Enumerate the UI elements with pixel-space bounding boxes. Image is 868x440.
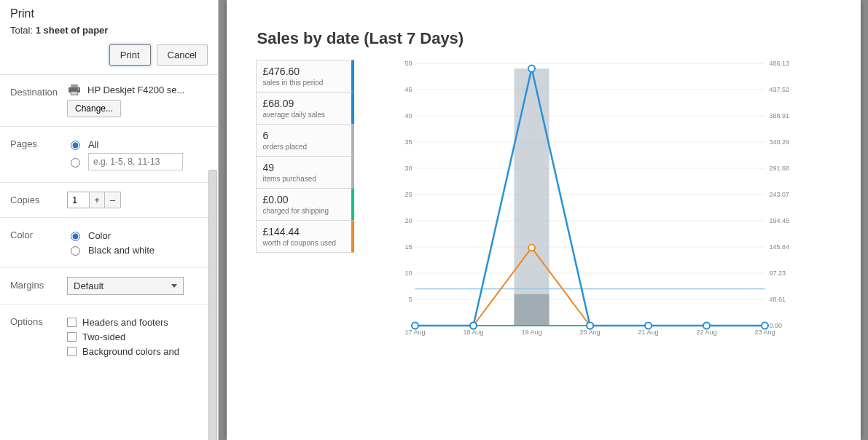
pages-custom-radio[interactable] xyxy=(71,158,80,168)
svg-text:21 Aug: 21 Aug xyxy=(638,329,658,336)
svg-text:17 Aug: 17 Aug xyxy=(404,329,425,336)
svg-point-40 xyxy=(528,245,535,251)
options-label: Options xyxy=(10,313,67,327)
color-row: Color Color Black and white xyxy=(0,218,218,268)
svg-text:486.13: 486.13 xyxy=(769,60,789,67)
report-title: Sales by date (Last 7 Days) xyxy=(257,29,832,48)
copies-input[interactable] xyxy=(67,192,89,208)
margins-row: Margins Default xyxy=(0,268,218,305)
chevron-down-icon xyxy=(171,284,177,288)
option-headers-checkbox[interactable] xyxy=(67,318,77,327)
dialog-title: Print xyxy=(10,7,208,20)
total-summary: Total: 1 sheet of paper xyxy=(10,25,208,36)
svg-rect-36 xyxy=(514,68,549,326)
svg-text:19 Aug: 19 Aug xyxy=(521,329,541,336)
dialog-actions: Print Cancel xyxy=(0,44,218,74)
svg-rect-37 xyxy=(514,294,549,326)
svg-text:340.29: 340.29 xyxy=(769,138,789,146)
svg-text:30: 30 xyxy=(404,165,412,172)
print-button[interactable]: Print xyxy=(109,44,151,66)
svg-text:437.52: 437.52 xyxy=(769,86,789,93)
svg-text:15: 15 xyxy=(404,243,412,251)
stat-items: 49 items purchased xyxy=(256,156,354,189)
svg-text:388.91: 388.91 xyxy=(769,112,789,119)
pages-row: Pages All xyxy=(0,127,218,183)
stat-coupons: £144.44 worth of coupons used xyxy=(256,220,354,253)
copies-decrement-button[interactable]: – xyxy=(105,192,121,208)
svg-text:194.45: 194.45 xyxy=(769,217,789,224)
svg-rect-2 xyxy=(71,91,78,95)
svg-text:5: 5 xyxy=(408,296,412,303)
color-color-label: Color xyxy=(88,230,111,241)
svg-text:40: 40 xyxy=(404,112,412,119)
svg-point-3 xyxy=(78,88,79,90)
svg-text:22 Aug: 22 Aug xyxy=(696,329,716,336)
pages-custom-input[interactable] xyxy=(88,153,183,170)
color-bw-radio[interactable] xyxy=(71,246,80,256)
svg-text:50: 50 xyxy=(404,60,412,67)
stat-sales: £476.60 sales in this period xyxy=(256,60,354,93)
print-dialog: Print Total: 1 sheet of paper Print Canc… xyxy=(0,0,219,440)
preview-page: Sales by date (Last 7 Days) £476.60 sale… xyxy=(227,0,861,440)
stat-orders: 6 orders placed xyxy=(256,124,354,157)
chart-svg: 51015202530354045500.0048.6197.23145.841… xyxy=(363,60,832,344)
print-preview-area: Sales by date (Last 7 Days) £476.60 sale… xyxy=(219,0,868,440)
svg-point-44 xyxy=(528,66,535,72)
svg-text:23 Aug: 23 Aug xyxy=(754,329,775,336)
sales-chart: 51015202530354045500.0048.6197.23145.841… xyxy=(363,60,832,344)
destination-row: Destination HP Deskjet F4200 se... Chang… xyxy=(0,75,218,127)
destination-value: HP Deskjet F4200 se... xyxy=(67,84,208,95)
option-twosided-checkbox[interactable] xyxy=(67,332,77,342)
svg-text:20: 20 xyxy=(404,217,412,224)
option-headers-label: Headers and footers xyxy=(82,317,168,328)
color-label: Color xyxy=(10,227,67,240)
color-bw-label: Black and white xyxy=(88,245,155,256)
copies-label: Copies xyxy=(10,192,67,205)
pages-all-radio[interactable] xyxy=(71,141,80,150)
option-twosided-label: Two-sided xyxy=(82,331,125,342)
stats-column: £476.60 sales in this period £68.09 aver… xyxy=(256,60,354,344)
margins-value: Default xyxy=(74,280,103,291)
pages-all-label: All xyxy=(88,139,98,150)
destination-label: Destination xyxy=(10,84,67,98)
svg-text:18 Aug: 18 Aug xyxy=(463,329,483,336)
copies-increment-button[interactable]: + xyxy=(89,192,105,208)
pages-label: Pages xyxy=(10,135,67,149)
printer-icon xyxy=(67,84,82,95)
scrollbar-thumb[interactable] xyxy=(208,170,217,440)
svg-text:10: 10 xyxy=(404,270,412,277)
svg-text:45: 45 xyxy=(404,86,412,93)
copies-row: Copies + – xyxy=(0,183,218,218)
svg-text:35: 35 xyxy=(404,138,412,146)
margins-label: Margins xyxy=(10,277,67,291)
change-destination-button[interactable]: Change... xyxy=(67,100,121,117)
cancel-button[interactable]: Cancel xyxy=(157,44,208,66)
option-background-checkbox[interactable] xyxy=(67,347,77,356)
stat-avg-daily: £68.09 average daily sales xyxy=(256,92,354,125)
svg-text:97.23: 97.23 xyxy=(769,270,786,277)
svg-text:243.07: 243.07 xyxy=(769,191,789,198)
printer-name: HP Deskjet F4200 se... xyxy=(87,85,184,95)
margins-select[interactable]: Default xyxy=(67,277,184,295)
svg-text:20 Aug: 20 Aug xyxy=(579,329,600,336)
svg-text:145.84: 145.84 xyxy=(769,243,789,251)
print-settings: Destination HP Deskjet F4200 se... Chang… xyxy=(0,75,218,440)
svg-text:48.61: 48.61 xyxy=(769,296,786,303)
color-color-radio[interactable] xyxy=(71,232,80,241)
options-row: Options Headers and footers Two-sided Ba… xyxy=(0,305,218,369)
svg-text:291.68: 291.68 xyxy=(769,165,789,172)
option-background-label: Background colors and xyxy=(82,346,179,357)
svg-text:25: 25 xyxy=(404,191,412,198)
stat-shipping: £0.00 charged for shipping xyxy=(256,188,354,221)
svg-rect-1 xyxy=(71,85,78,87)
